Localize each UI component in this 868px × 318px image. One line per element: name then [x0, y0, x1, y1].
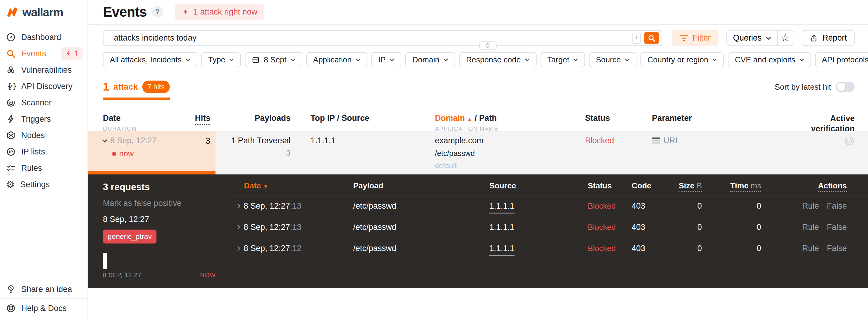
app-root: wallarm Dashboard Events 1 Vulnerabiliti… — [0, 0, 868, 318]
attack-row-top-ip[interactable]: 1.1.1.1 — [290, 131, 435, 174]
attack-row-status: Blocked — [585, 131, 652, 174]
favorite-star-button[interactable]: ☆ — [778, 31, 793, 46]
attack-count-tab[interactable]: 1 attack 7 hits — [103, 81, 170, 99]
sidebar-item-dashboard[interactable]: Dashboard — [0, 29, 88, 46]
attack-alert-badge[interactable]: 1 attack right now — [175, 4, 264, 20]
sidebar-item-scanner[interactable]: Scanner — [0, 94, 88, 111]
chevron-down-icon — [229, 58, 234, 61]
sidebar-item-ip-lists[interactable]: IP IP lists — [0, 144, 88, 160]
sidebar: wallarm Dashboard Events 1 Vulnerabiliti… — [0, 0, 88, 318]
chevron-right-icon[interactable] — [236, 225, 241, 230]
request-time: 0 — [713, 201, 774, 211]
chevron-down-icon[interactable] — [102, 137, 107, 142]
report-button[interactable]: Report — [802, 30, 855, 46]
rule-action-link[interactable]: Rule — [802, 223, 819, 232]
wallarm-logo[interactable]: wallarm — [0, 0, 88, 19]
sidebar-item-nodes[interactable]: Nodes — [0, 127, 88, 144]
request-row[interactable]: 8 Sep, 12:27:12 /etc/passwd 1.1.1.1 Bloc… — [230, 243, 868, 264]
page-header: Events ? 1 attack right now — [103, 0, 264, 24]
filter-chips-row: All attacks, Incidents Type 8 Sept — [103, 52, 868, 67]
chevron-down-icon — [625, 58, 629, 61]
svg-text:}: } — [12, 82, 16, 91]
sort-toggle[interactable] — [836, 82, 855, 92]
header-divider — [88, 24, 868, 25]
histogram-bar — [103, 253, 107, 269]
rule-action-link[interactable]: Rule — [802, 201, 819, 210]
sidebar-item-vulnerabilities[interactable]: Vulnerabilities — [0, 62, 88, 78]
req-col-payload[interactable]: Payload — [353, 181, 489, 191]
timeline-start-label: 8 SEP, 12:27 — [103, 272, 141, 279]
requests-title: 3 requests — [103, 182, 230, 193]
sidebar-item-events[interactable]: Events 1 — [0, 46, 88, 62]
false-action-link[interactable]: False — [827, 244, 847, 253]
filter-chip[interactable]: 8 Sept — [245, 52, 302, 67]
help-icon[interactable]: ? — [152, 6, 163, 18]
rule-action-link[interactable]: Rule — [802, 244, 819, 253]
request-code: 403 — [626, 223, 677, 232]
search-row: / Filter Queries ☆ Report — [103, 30, 855, 46]
filter-chip[interactable]: Source — [589, 52, 637, 67]
detail-date: 8 Sep, 12:27 — [103, 215, 230, 224]
filter-chip[interactable]: All attacks, Incidents — [103, 52, 197, 67]
req-col-source[interactable]: Source — [489, 181, 580, 191]
collapse-search-handle[interactable] — [479, 41, 497, 50]
chevron-right-icon[interactable] — [236, 204, 241, 209]
attack-row-active-verification[interactable] — [726, 131, 868, 174]
export-icon — [810, 34, 818, 42]
lightning-icon — [65, 50, 72, 57]
share-idea-button[interactable]: Share an idea — [0, 281, 88, 298]
requests-rows: 8 Sep, 12:27:13 /etc/passwd 1.1.1.1 Bloc… — [230, 197, 868, 264]
req-col-time[interactable]: Time ms — [713, 181, 774, 191]
search-input[interactable] — [114, 33, 632, 43]
search-button[interactable] — [644, 32, 659, 44]
gear-icon: ⚙ — [6, 180, 15, 189]
request-row[interactable]: 8 Sep, 12:27:13 /etc/passwd 1.1.1.1 Bloc… — [230, 222, 868, 243]
queries-button[interactable]: Queries — [727, 31, 778, 46]
request-source[interactable]: 1.1.1.1 — [489, 244, 515, 256]
filter-chip[interactable]: API protocols — [815, 52, 868, 67]
filter-chip[interactable]: Type — [201, 52, 241, 67]
sidebar-nav: Dashboard Events 1 Vulnerabilities {} AP… — [0, 29, 88, 193]
filter-chip[interactable]: IP — [371, 52, 402, 67]
chevron-right-icon[interactable] — [236, 246, 241, 251]
req-col-actions[interactable]: Actions — [774, 181, 855, 191]
req-col-size[interactable]: Size B — [677, 181, 713, 191]
req-col-code[interactable]: Code — [626, 181, 677, 191]
attack-row-payloads: 1 Path Traversal 3 — [216, 131, 290, 174]
mark-false-positive-link[interactable]: Mark as false positive — [103, 199, 230, 208]
req-col-date[interactable]: Date ▼ — [230, 181, 353, 191]
lifebuoy-icon — [6, 303, 16, 313]
attack-row[interactable]: 8 Sep, 12:27 now 3 1 Path Traversal 3 1.… — [88, 131, 868, 174]
filter-chip[interactable]: Domain — [405, 52, 455, 67]
sidebar-item-api-discovery[interactable]: {} API Discovery — [0, 78, 88, 94]
sidebar-item-rules[interactable]: Rules — [0, 160, 88, 176]
filter-chip[interactable]: Response code — [459, 52, 536, 67]
lightning-icon — [6, 114, 16, 124]
request-code: 403 — [626, 244, 677, 253]
filter-chip[interactable]: Application — [306, 52, 367, 67]
request-row[interactable]: 8 Sep, 12:27:13 /etc/passwd 1.1.1.1 Bloc… — [230, 201, 868, 222]
false-action-link[interactable]: False — [827, 201, 847, 210]
col-date[interactable]: Date — [103, 114, 136, 123]
request-source[interactable]: 1.1.1.1 — [489, 201, 515, 213]
summary-row: 1 attack 7 hits Sort by latest hit — [103, 81, 855, 99]
live-indicator: now — [112, 149, 156, 158]
filter-chip[interactable]: Target — [540, 52, 585, 67]
request-source[interactable]: 1.1.1.1 — [489, 223, 515, 232]
sort-control: Sort by latest hit — [775, 82, 855, 92]
svg-text:IP: IP — [9, 150, 13, 154]
help-docs-button[interactable]: Help & Docs — [0, 299, 88, 318]
filter-button[interactable]: Filter — [672, 30, 718, 46]
active-verification-icon — [844, 136, 855, 146]
attack-row-date-cell[interactable]: 8 Sep, 12:27 now 3 — [88, 131, 216, 174]
filter-chip[interactable]: CVE and exploits — [728, 52, 811, 67]
hits-badge: 7 hits — [142, 81, 170, 93]
col-hits[interactable]: Hits — [195, 114, 210, 125]
req-col-status[interactable]: Status — [580, 181, 626, 191]
sidebar-item-triggers[interactable]: Triggers — [0, 111, 88, 127]
attack-tag-badge[interactable]: generic_ptrav — [103, 230, 156, 243]
sidebar-item-settings[interactable]: ⚙ Settings — [0, 176, 88, 193]
biohazard-icon — [6, 65, 16, 75]
filter-chip[interactable]: Country or region — [641, 52, 724, 67]
false-action-link[interactable]: False — [827, 223, 847, 232]
